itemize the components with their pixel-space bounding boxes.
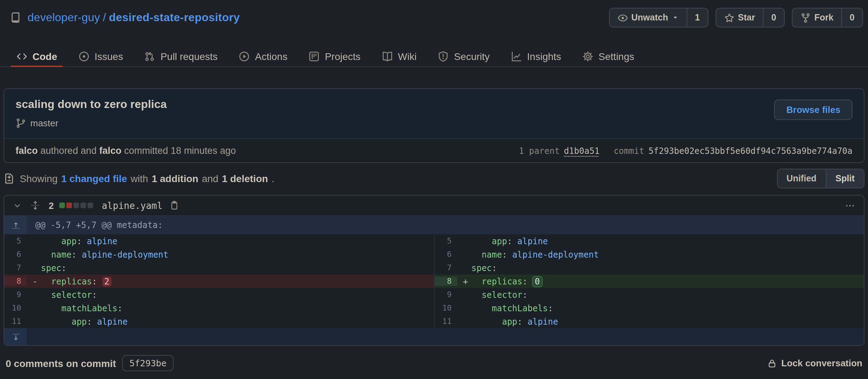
code-text: selector: xyxy=(471,290,528,300)
fold-up-icon xyxy=(11,221,20,230)
diff-marker: - xyxy=(27,276,41,286)
split-view-button[interactable]: Split xyxy=(826,169,864,188)
browse-files-button[interactable]: Browse files xyxy=(774,100,852,120)
commit-sha-line: 1 parent d1b0a51 commit 5f293be02ec53bbf… xyxy=(519,146,852,156)
line-number[interactable]: 10 xyxy=(435,303,457,313)
line-number[interactable]: 9 xyxy=(4,290,27,299)
diff-file-card: 2 alpine.yaml xyxy=(4,195,864,346)
repo-icon xyxy=(10,12,21,23)
tab-wiki-label: Wiki xyxy=(398,51,417,62)
period: . xyxy=(272,173,275,184)
fork-button-group: Fork 0 xyxy=(792,8,863,28)
commit-committer[interactable]: falco xyxy=(99,145,121,156)
diff-line: 5 app: alpine xyxy=(435,234,864,248)
tab-security[interactable]: Security xyxy=(432,47,495,66)
commit-sha-chip: 5f293be xyxy=(122,355,174,371)
collapse-file-button[interactable] xyxy=(11,199,23,211)
split-diff: 5 app: alpine6 name: alpine-deployment7s… xyxy=(4,234,864,328)
line-number[interactable]: 11 xyxy=(4,317,27,326)
tab-insights[interactable]: Insights xyxy=(505,47,567,66)
tab-pull-requests[interactable]: Pull requests xyxy=(139,47,223,66)
diff-line: 8+ replicas: 0 xyxy=(435,275,864,288)
fold-down-icon xyxy=(11,332,20,341)
star-button[interactable]: Star xyxy=(716,8,763,27)
committed-text: committed 18 minutes ago xyxy=(124,145,236,156)
line-number[interactable]: 9 xyxy=(435,290,457,299)
changed-files-summary: Showing 1 changed file with 1 addition a… xyxy=(4,173,274,184)
file-diff-icon xyxy=(4,173,15,184)
fork-button[interactable]: Fork xyxy=(792,8,841,27)
code-text: matchLabels: xyxy=(471,303,553,313)
tab-wiki[interactable]: Wiki xyxy=(376,47,422,66)
lock-conversation-button[interactable]: Lock conversation xyxy=(767,358,862,368)
repo-action-buttons: Unwatch 1 Star 0 xyxy=(609,8,863,28)
line-number[interactable]: 5 xyxy=(4,236,27,246)
star-button-group: Star 0 xyxy=(715,8,785,28)
watchers-count[interactable]: 1 xyxy=(686,8,707,27)
star-label: Star xyxy=(738,13,755,23)
code-text: spec: xyxy=(41,263,66,273)
file-options-button[interactable] xyxy=(843,199,857,212)
diff-line: 10 matchLabels: xyxy=(435,301,864,315)
parent-label: 1 parent xyxy=(519,146,560,156)
code-text: selector: xyxy=(41,290,97,300)
tab-settings-label: Settings xyxy=(598,51,634,62)
diff-line: 9 selector: xyxy=(4,288,434,301)
commit-author[interactable]: falco xyxy=(16,145,38,156)
book-icon xyxy=(382,51,393,62)
repo-title: developer-guy/desired-state-repository xyxy=(28,11,240,24)
line-number[interactable]: 8 xyxy=(4,277,27,286)
copy-path-button[interactable] xyxy=(168,199,181,212)
line-number[interactable]: 10 xyxy=(4,303,27,313)
line-number[interactable]: 6 xyxy=(4,250,27,259)
parent-sha-link[interactable]: d1b0a51 xyxy=(564,146,599,156)
repo-title-group: developer-guy/desired-state-repository xyxy=(10,11,240,24)
watch-button-group: Unwatch 1 xyxy=(609,8,708,28)
tab-projects-label: Projects xyxy=(325,51,361,62)
expand-all-button[interactable] xyxy=(29,199,42,212)
unified-view-button[interactable]: Unified xyxy=(777,169,826,188)
tab-code[interactable]: Code xyxy=(11,47,63,66)
line-number[interactable]: 7 xyxy=(435,263,457,272)
diffstat-block-deleted xyxy=(66,203,72,208)
deletions-count: 1 deletion xyxy=(222,173,268,184)
tab-issues[interactable]: Issues xyxy=(73,47,129,66)
line-number[interactable]: 8 xyxy=(435,277,457,286)
diff-filename[interactable]: alpine.yaml xyxy=(102,200,162,211)
fork-label: Fork xyxy=(814,13,833,23)
line-number[interactable]: 5 xyxy=(435,236,457,246)
diff-line: 6 name: alpine-deployment xyxy=(4,248,434,261)
expand-up-button[interactable] xyxy=(4,216,27,234)
code-text: app: alpine xyxy=(41,317,128,326)
tab-insights-label: Insights xyxy=(527,51,561,62)
tab-code-label: Code xyxy=(32,51,57,62)
git-pull-request-icon xyxy=(144,51,156,62)
changed-files-link[interactable]: 1 changed file xyxy=(61,173,127,184)
diff-line: 11 app: alpine xyxy=(4,315,434,328)
unwatch-button[interactable]: Unwatch xyxy=(609,8,686,27)
diff-hunk-row: @@ -5,7 +5,7 @@ metadata: xyxy=(4,216,864,234)
diff-line: 7spec: xyxy=(435,261,864,275)
repo-name-link[interactable]: desired-state-repository xyxy=(109,11,240,23)
forks-count[interactable]: 0 xyxy=(841,8,862,27)
tab-settings[interactable]: Settings xyxy=(577,47,640,66)
diff-line: 6 name: alpine-deployment xyxy=(435,248,864,261)
line-number[interactable]: 6 xyxy=(435,250,457,259)
diff-left-side: 5 app: alpine6 name: alpine-deployment7s… xyxy=(4,234,434,328)
tab-actions[interactable]: Actions xyxy=(233,47,293,66)
diff-expand-row xyxy=(4,328,864,345)
repo-owner-link[interactable]: developer-guy xyxy=(28,11,100,23)
and-text: and xyxy=(202,173,218,184)
stars-count[interactable]: 0 xyxy=(763,8,784,27)
tab-projects[interactable]: Projects xyxy=(303,47,366,66)
diff-line: 9 selector: xyxy=(435,288,864,301)
expand-down-button[interactable] xyxy=(4,328,27,345)
line-number[interactable]: 7 xyxy=(4,263,27,272)
github-commit-page: developer-guy/desired-state-repository U… xyxy=(0,0,868,379)
triangle-down-icon xyxy=(671,14,679,21)
tab-actions-label: Actions xyxy=(255,51,288,62)
branch-name[interactable]: master xyxy=(30,118,58,128)
commit-authors: falco authored and falco committed 18 mi… xyxy=(16,145,236,156)
line-number[interactable]: 11 xyxy=(435,317,457,326)
comments-count-text: 0 comments on commit xyxy=(6,357,116,369)
